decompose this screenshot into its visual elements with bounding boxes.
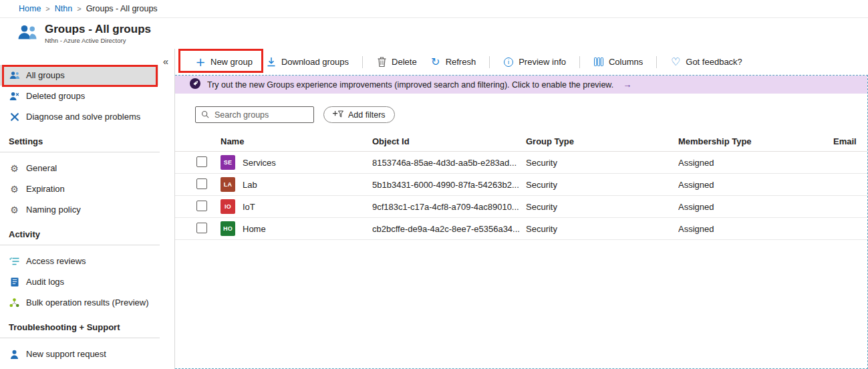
group-name[interactable]: Home <box>243 224 266 234</box>
membership-type-cell: Assigned <box>678 180 833 190</box>
search-box[interactable] <box>195 106 314 123</box>
sidebar-item-label: New support request <box>26 349 106 359</box>
toolbar-divider <box>362 56 363 68</box>
breadcrumb-item-groups-all-groups: Groups - All groups <box>86 4 158 13</box>
breadcrumb-item-home[interactable]: Home <box>19 4 41 13</box>
sidebar-collapse-icon[interactable]: « <box>163 55 168 67</box>
delete-button[interactable]: Delete <box>376 57 417 67</box>
group-avatar: IO <box>221 199 235 214</box>
diagnose-icon <box>9 112 20 122</box>
got-feedback-button[interactable]: ♡Got feedback? <box>670 57 742 68</box>
info-icon: i <box>503 57 514 67</box>
groups-table: NameObject IdGroup TypeMembership TypeEm… <box>175 132 867 240</box>
page-title: Groups - All groups <box>45 23 151 36</box>
download-groups-button[interactable]: Download groups <box>266 57 349 67</box>
filter-row: Add filters <box>195 106 867 123</box>
sidebar-item-label: Diagnose and solve problems <box>26 112 140 122</box>
breadcrumb: Home>Nthn>Groups - All groups <box>0 0 868 18</box>
sidebar-item-deleted-groups[interactable]: Deleted groups <box>0 86 174 106</box>
access-reviews-icon <box>9 257 20 265</box>
object-id-cell: cb2bcffe-de9a-4a2c-8ee7-e5356a34... <box>372 224 526 234</box>
row-checkbox[interactable] <box>196 156 207 167</box>
column-header-email[interactable]: Email <box>833 136 867 146</box>
refresh-icon: ↻ <box>430 57 441 68</box>
sidebar-item-diagnose-and-solve-problems[interactable]: Diagnose and solve problems <box>0 106 174 127</box>
toolbar-button-label: Got feedback? <box>686 57 742 67</box>
column-header-group-type[interactable]: Group Type <box>526 136 678 146</box>
toolbar-button-label: Delete <box>392 57 417 67</box>
sidebar-section-troubleshooting-support: Troubleshooting + Support <box>0 322 160 338</box>
table-row-iot[interactable]: IOIoT9cf183c1-c17a-4cf8-a709-4ac89010...… <box>175 196 867 218</box>
sidebar-item-label: Bulk operation results (Preview) <box>26 297 149 308</box>
sidebar-item-label: Deleted groups <box>26 91 85 101</box>
sidebar-item-label: General <box>26 163 57 173</box>
deleted-groups-icon <box>9 92 20 101</box>
table-header: NameObject IdGroup TypeMembership TypeEm… <box>175 132 867 152</box>
sidebar-item-label: Access reviews <box>26 256 86 266</box>
group-type-cell: Security <box>526 180 678 190</box>
groups-page-icon <box>17 24 37 43</box>
checkbox-cell <box>196 223 221 235</box>
sidebar-item-naming-policy[interactable]: ⚙Naming policy <box>0 199 174 220</box>
sidebar-item-new-support-request[interactable]: New support request <box>0 344 174 364</box>
breadcrumb-item-nthn[interactable]: Nthn <box>55 4 72 13</box>
checkbox-cell <box>196 178 221 191</box>
toolbar: +New groupDownload groupsDelete↻Refreshi… <box>175 49 868 75</box>
preview-info-button[interactable]: iPreview info <box>503 57 566 67</box>
azure-portal-page: Home>Nthn>Groups - All groups Groups - A… <box>0 0 868 369</box>
column-header-membership-type[interactable]: Membership Type <box>678 136 833 146</box>
table-row-home[interactable]: HOHomecb2bcffe-de9a-4a2c-8ee7-e5356a34..… <box>175 218 867 240</box>
sidebar-item-audit-logs[interactable]: Audit logs <box>0 271 174 292</box>
group-name[interactable]: Lab <box>243 180 257 190</box>
sidebar-item-label: All groups <box>26 70 65 80</box>
trash-icon <box>376 57 387 67</box>
toolbar-button-label: Preview info <box>519 57 566 67</box>
table-row-lab[interactable]: LALab5b1b3431-6000-4990-87fa-54263b2...S… <box>175 174 867 196</box>
name-cell: IOIoT <box>221 199 372 214</box>
column-header-object-id[interactable]: Object Id <box>372 136 526 146</box>
group-type-cell: Security <box>526 158 678 168</box>
columns-button[interactable]: Columns <box>593 57 643 67</box>
refresh-button[interactable]: ↻Refresh <box>430 57 476 68</box>
content-area: +New groupDownload groupsDelete↻Refreshi… <box>175 49 868 369</box>
search-input[interactable] <box>213 110 308 120</box>
download-icon <box>266 57 277 67</box>
column-header-name[interactable]: Name <box>221 136 372 146</box>
group-name[interactable]: IoT <box>243 202 255 212</box>
sidebar-item-label: Audit logs <box>26 277 64 287</box>
banner-arrow-icon[interactable]: → <box>623 80 631 90</box>
add-filters-label: Add filters <box>348 110 386 120</box>
row-checkbox[interactable] <box>196 223 207 233</box>
group-avatar: HO <box>221 221 235 236</box>
membership-type-cell: Assigned <box>678 202 833 212</box>
membership-type-cell: Assigned <box>678 158 833 168</box>
breadcrumb-separator: > <box>45 5 49 13</box>
preview-banner[interactable]: Try out the new Groups experience improv… <box>175 76 867 94</box>
main-layout: « All groupsDeleted groupsDiagnose and s… <box>0 49 868 369</box>
object-id-cell: 9cf183c1-c17a-4cf8-a709-4ac89010... <box>372 202 526 212</box>
add-filters-button[interactable]: Add filters <box>323 106 395 123</box>
sidebar-item-expiration[interactable]: ⚙Expiration <box>0 178 174 199</box>
gear-icon: ⚙ <box>9 164 20 173</box>
sidebar-item-access-reviews[interactable]: Access reviews <box>0 251 174 271</box>
row-checkbox[interactable] <box>196 178 207 189</box>
row-checkbox[interactable] <box>196 201 207 211</box>
support-request-icon <box>9 350 20 359</box>
gear-icon: ⚙ <box>9 184 20 194</box>
columns-icon <box>593 57 604 66</box>
object-id-cell: 5b1b3431-6000-4990-87fa-54263b2... <box>372 180 526 190</box>
group-avatar: SE <box>221 155 235 170</box>
new-group-button[interactable]: +New group <box>195 56 253 68</box>
group-type-cell: Security <box>526 224 678 234</box>
banner-text: Try out the new Groups experience improv… <box>207 80 613 90</box>
group-name[interactable]: Services <box>243 158 276 168</box>
group-type-cell: Security <box>526 202 678 212</box>
add-filter-icon <box>333 110 343 120</box>
sidebar-item-bulk-operation-results-preview[interactable]: Bulk operation results (Preview) <box>0 292 174 313</box>
table-row-services[interactable]: SEServices8153746a-85ae-4d3d-aa5b-e283ad… <box>175 152 867 174</box>
sidebar-item-all-groups[interactable]: All groups <box>0 65 158 86</box>
sidebar-item-general[interactable]: ⚙General <box>0 158 174 178</box>
toolbar-button-label: Refresh <box>446 57 476 67</box>
audit-logs-icon <box>9 277 20 287</box>
sidebar-item-label: Expiration <box>26 184 65 194</box>
